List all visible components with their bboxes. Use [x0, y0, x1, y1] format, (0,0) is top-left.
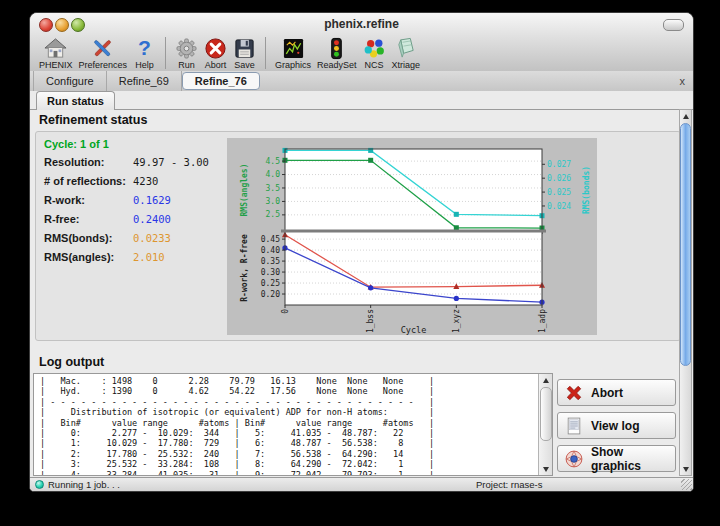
window-chrome: phenix.refine PHENIX [30, 13, 693, 72]
svg-text:0.026: 0.026 [547, 174, 571, 183]
status-bar: Running 1 job. . . Project: rnase-s [30, 477, 693, 491]
stat-value: 2.010 [133, 251, 165, 263]
log-output-view[interactable]: | Mac. : 1498 0 2.28 79.79 16.13 None No… [33, 373, 553, 476]
svg-text:0.30: 0.30 [261, 268, 280, 277]
show-graphics-button[interactable]: Show graphics [557, 445, 676, 472]
abort-button[interactable]: Abort [557, 379, 676, 406]
tab-configure[interactable]: Configure [33, 71, 107, 91]
toolbar-button-ncs[interactable]: NCS [363, 37, 386, 70]
zoom-window-button[interactable] [71, 18, 85, 32]
stat-value: 4230 [133, 175, 158, 187]
stat-value: 0.1629 [133, 194, 171, 206]
scroll-down-arrow-icon[interactable] [680, 463, 691, 475]
tools-icon [91, 37, 114, 60]
toolbar-label: PHENIX [39, 60, 73, 70]
window-title: phenix.refine [324, 17, 399, 31]
svg-text:1_adp: 1_adp [538, 309, 547, 333]
svg-text:0.20: 0.20 [261, 290, 280, 299]
toolbar-label: Save [234, 60, 255, 70]
subtab-run-status[interactable]: Run status [36, 91, 115, 110]
abort-icon [204, 37, 227, 60]
subtab-divider [30, 109, 693, 110]
toolbar-label: Help [135, 60, 154, 70]
svg-text:0.40: 0.40 [261, 246, 280, 255]
resize-grip[interactable] [681, 479, 692, 490]
minimize-window-button[interactable] [55, 18, 69, 32]
toolbar-separator [165, 37, 166, 69]
running-status-text: Running 1 job. . . [48, 478, 120, 491]
running-status-gem-icon [35, 480, 44, 489]
ncs-spheres-icon [363, 37, 386, 60]
view-log-button-label: View log [591, 419, 639, 433]
toolbar-button-run[interactable]: Run [175, 37, 198, 70]
stat-value: 49.97 - 3.00 [133, 156, 209, 168]
stat-value: 0.0233 [133, 232, 171, 244]
tab-bar: Configure Refine_69 Refine_76 x [30, 71, 693, 92]
toolbar-button-abort[interactable]: Abort [204, 37, 227, 70]
svg-text:4.5: 4.5 [266, 157, 281, 166]
toolbar-button-xtriage[interactable]: Xtriage [392, 37, 421, 70]
scroll-up-arrow-icon[interactable] [539, 374, 552, 386]
toolbar-button-graphics[interactable]: Graphics [275, 37, 311, 70]
log-scrollbar[interactable] [538, 374, 552, 475]
svg-text:1_xyz: 1_xyz [452, 309, 461, 333]
tab-refine-76[interactable]: Refine_76 [182, 72, 260, 90]
svg-text:3.0: 3.0 [266, 197, 281, 206]
stat-label: R-work: [44, 194, 85, 206]
svg-text:0.25: 0.25 [261, 279, 280, 288]
scroll-up-arrow-icon[interactable] [680, 110, 691, 122]
run-status-panel: Run status Refinement status Cycle: 1 of… [30, 91, 693, 478]
svg-text:0.45: 0.45 [261, 235, 280, 244]
svg-text:0: 0 [281, 309, 290, 314]
stat-label: # of reflections: [44, 175, 126, 187]
tab-refine-69[interactable]: Refine_69 [107, 71, 182, 91]
project-label: Project: rnase-s [476, 478, 543, 491]
refinement-stats-panel: Cycle: 1 of 1 Resolution: 49.97 - 3.00 #… [35, 131, 681, 341]
cycle-indicator: Cycle: 1 of 1 [44, 138, 109, 150]
toolbar-label: ReadySet [317, 60, 357, 70]
title-bar[interactable]: phenix.refine [30, 13, 693, 35]
refinement-chart: 2.53.03.54.04.50.0240.0250.0260.027RMS(a… [227, 138, 597, 335]
toolbar-label: Graphics [275, 60, 311, 70]
svg-text:Cycle: Cycle [401, 325, 427, 335]
svg-text:0.35: 0.35 [261, 257, 280, 266]
tab-close-icon[interactable]: x [680, 73, 686, 89]
toolbar-label: Run [178, 60, 195, 70]
refinement-status-heading: Refinement status [39, 113, 147, 127]
svg-text:?: ? [138, 37, 151, 59]
main-scrollbar[interactable] [679, 109, 692, 476]
log-output-heading: Log output [39, 355, 104, 369]
stat-value: 0.2400 [133, 213, 171, 225]
document-icon [564, 416, 584, 436]
svg-text:R-work, R-free: R-work, R-free [240, 234, 249, 302]
stat-label: Resolution: [44, 156, 105, 168]
screenshot-background: phenix.refine PHENIX [0, 0, 720, 526]
toolbar-button-help[interactable]: ? Help [133, 37, 156, 70]
stat-label: RMS(bonds): [44, 232, 112, 244]
svg-text:RMS(bonds): RMS(bonds) [582, 166, 591, 214]
toolbar-toggle-lozenge[interactable] [663, 19, 684, 31]
svg-text:1_bss: 1_bss [366, 309, 375, 333]
subtab-label: Run status [47, 95, 104, 107]
svg-text:3.5: 3.5 [266, 184, 281, 193]
close-window-button[interactable] [39, 18, 53, 32]
svg-text:4.0: 4.0 [266, 170, 281, 179]
home-icon [44, 37, 67, 60]
svg-text:0.024: 0.024 [547, 202, 571, 211]
svg-text:0.027: 0.027 [547, 160, 571, 169]
crystal-icon [394, 37, 417, 60]
toolbar-button-readyset[interactable]: ReadySet [317, 37, 357, 70]
toolbar-button-save[interactable]: Save [233, 37, 256, 70]
toolbar-button-preferences[interactable]: Preferences [79, 37, 128, 70]
log-scrollbar-thumb[interactable] [540, 387, 552, 441]
view-log-button[interactable]: View log [557, 412, 676, 439]
toolbar-button-phenix[interactable]: PHENIX [39, 37, 73, 70]
abort-x-icon [564, 383, 584, 403]
traffic-light-icon [325, 37, 348, 60]
stat-label: R-free: [44, 213, 79, 225]
tab-label: Refine_76 [195, 75, 247, 87]
main-scrollbar-thumb[interactable] [680, 123, 691, 366]
scroll-down-arrow-icon[interactable] [539, 463, 552, 475]
svg-text:RMS(angles): RMS(angles) [240, 164, 249, 217]
save-floppy-icon [233, 37, 256, 60]
